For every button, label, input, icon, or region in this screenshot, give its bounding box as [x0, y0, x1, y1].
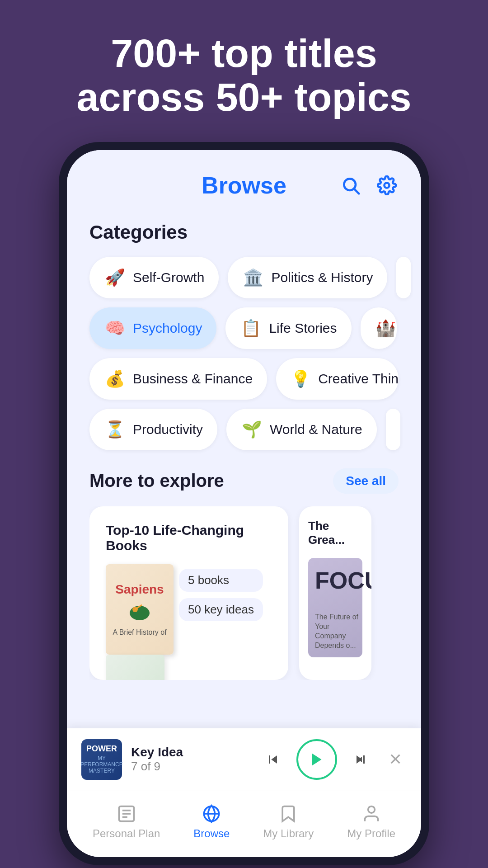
- nav-browse[interactable]: Browse: [184, 800, 239, 844]
- my-library-icon: [278, 804, 298, 824]
- category-row-3: 💰 Business & Finance 💡 Creative Thinking: [89, 358, 399, 400]
- book-2: [106, 655, 164, 680]
- cat-business-label: Business & Finance: [133, 371, 253, 387]
- key-ideas-badge: 50 key ideas: [179, 598, 263, 621]
- cat-creative-thinking[interactable]: 💡 Creative Thinking: [276, 358, 399, 400]
- close-player-button[interactable]: ✕: [384, 748, 407, 771]
- settings-icon[interactable]: [375, 174, 399, 197]
- play-button[interactable]: [296, 739, 337, 780]
- explore-cards: Top-10 Life-Changing Books Sapiens: [89, 506, 399, 680]
- category-row-4: ⏳ Productivity 🌱 World & Nature 💬: [89, 409, 399, 450]
- player-progress: 7 of 9: [131, 760, 251, 774]
- nav-my-library[interactable]: My Library: [254, 800, 323, 844]
- svg-marker-5: [312, 753, 322, 765]
- my-profile-icon: [361, 804, 381, 824]
- card-2-visual: FOCU The Future of Your Company Depends …: [308, 558, 362, 657]
- business-icon: 💰: [104, 368, 126, 390]
- player-controls: ✕: [260, 739, 407, 780]
- page-title: Browse: [202, 172, 286, 199]
- svg-point-3: [130, 606, 150, 620]
- cat-creative-label: Creative Thinking: [318, 371, 399, 387]
- svg-point-12: [368, 806, 375, 813]
- world-nature-icon: 🌱: [241, 419, 263, 440]
- prev-button[interactable]: [260, 747, 286, 772]
- svg-line-1: [354, 189, 359, 193]
- cat-business-finance[interactable]: 💰 Business & Finance: [89, 358, 267, 400]
- cat-life-stories[interactable]: 📋 Life Stories: [225, 307, 351, 349]
- cat-productivity[interactable]: ⏳ Productivity: [89, 409, 217, 450]
- categories-title: Categories: [67, 217, 421, 257]
- explore-card-1[interactable]: Top-10 Life-Changing Books Sapiens: [89, 506, 288, 680]
- cat-world-nature-label: World & Nature: [270, 422, 362, 437]
- category-row-1: 🚀 Self-Growth 🏛️ Politics & History 🛡️: [89, 257, 399, 298]
- key-idea-label: Key Idea: [131, 745, 251, 760]
- sapiens-book: Sapiens A Brief History of: [106, 564, 174, 655]
- main-scroll[interactable]: Categories 🚀 Self-Growth 🏛️ Politics & H…: [67, 208, 421, 728]
- more-header: More to explore See all: [89, 468, 399, 494]
- nav-my-library-label: My Library: [263, 827, 314, 840]
- app-header: Browse: [67, 150, 421, 208]
- audio-player: POWER MY PERFORMANCE MASTERY Key Idea 7 …: [67, 728, 421, 791]
- self-growth-icon: 🚀: [104, 267, 126, 288]
- browse-icon: [202, 804, 221, 824]
- books-count-badge: 5 books: [179, 569, 263, 592]
- focus-text: FOCU: [315, 567, 371, 594]
- cat-psychology[interactable]: 🧠 Psychology: [89, 307, 216, 349]
- card-subtitle: The Future of Your Company Depends o...: [315, 613, 360, 650]
- player-info: Key Idea 7 of 9: [131, 745, 251, 774]
- bottom-navigation: Personal Plan Browse M: [67, 791, 421, 857]
- nav-personal-plan-label: Personal Plan: [93, 827, 160, 840]
- nav-browse-label: Browse: [193, 827, 230, 840]
- more-explore-section: More to explore See all Top-10 Life-Chan…: [67, 450, 421, 689]
- see-all-button[interactable]: See all: [333, 468, 399, 494]
- player-book-cover: POWER MY PERFORMANCE MASTERY: [81, 739, 122, 780]
- cat-productivity-label: Productivity: [133, 422, 203, 437]
- nav-my-profile-label: My Profile: [347, 827, 395, 840]
- cat-politics-history[interactable]: 🏛️ Politics & History: [228, 257, 387, 298]
- search-icon[interactable]: [339, 174, 362, 197]
- svg-rect-6: [363, 755, 365, 764]
- cat-self-growth[interactable]: 🚀 Self-Growth: [89, 257, 219, 298]
- nav-my-profile[interactable]: My Profile: [338, 800, 404, 844]
- life-stories-icon: 📋: [240, 317, 262, 339]
- psychology-icon: 🧠: [104, 317, 126, 339]
- phone-mockup: Browse Categories: [59, 142, 429, 865]
- next-button[interactable]: [348, 747, 373, 772]
- card-books-visual: Sapiens A Brief History of: [106, 564, 272, 664]
- partial-icon-2: 🏰: [375, 317, 397, 339]
- cat-world-nature[interactable]: 🌱 World & Nature: [226, 409, 377, 450]
- book-badges: 5 books 50 key ideas: [179, 569, 263, 621]
- cat-partial-1[interactable]: 🛡️: [396, 257, 411, 298]
- card-2-title: The Grea...: [308, 519, 362, 547]
- cat-politics-label: Politics & History: [271, 270, 373, 285]
- cover-title-text: POWER: [86, 745, 117, 754]
- nav-personal-plan[interactable]: Personal Plan: [84, 800, 169, 844]
- cover-subtitle: MY PERFORMANCE MASTERY: [80, 755, 122, 774]
- productivity-icon: ⏳: [104, 419, 126, 440]
- svg-point-2: [385, 183, 389, 188]
- personal-plan-icon: [117, 804, 136, 824]
- creative-icon: 💡: [291, 368, 311, 390]
- cat-life-stories-label: Life Stories: [269, 321, 337, 336]
- explore-card-2[interactable]: The Grea... FOCU The Future of Your Comp…: [299, 506, 371, 680]
- card-1-title: Top-10 Life-Changing Books: [106, 523, 272, 553]
- header-actions: [339, 174, 399, 197]
- cat-self-growth-label: Self-Growth: [133, 270, 204, 285]
- cat-partial-4[interactable]: 💬: [386, 409, 400, 450]
- cat-psychology-label: Psychology: [133, 321, 202, 336]
- more-title: More to explore: [89, 471, 224, 491]
- category-row-2: 🧠 Psychology 📋 Life Stories 🏰: [89, 307, 399, 349]
- phone-screen: Browse Categories: [67, 150, 421, 857]
- categories-grid: 🚀 Self-Growth 🏛️ Politics & History 🛡️ 🧠: [67, 257, 421, 450]
- hero-text: 700+ top titles across 50+ topics: [0, 0, 488, 142]
- politics-icon: 🏛️: [242, 267, 264, 288]
- cat-partial-2[interactable]: 🏰: [361, 307, 397, 349]
